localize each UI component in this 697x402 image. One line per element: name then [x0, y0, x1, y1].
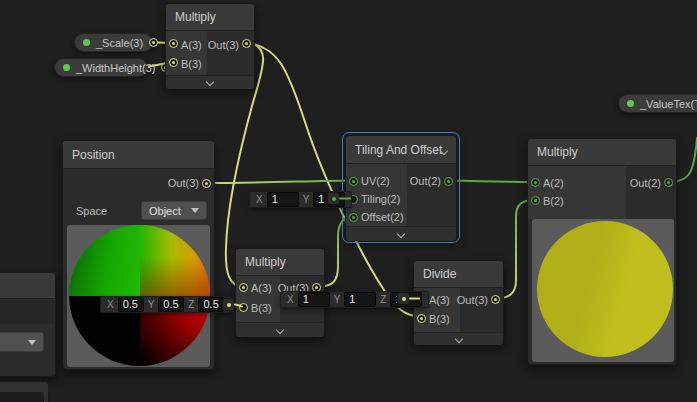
output-port-out[interactable] — [202, 179, 211, 188]
field-label-z: Z — [188, 299, 194, 310]
input-port-a[interactable] — [531, 178, 540, 187]
port-label-b: B(2) — [543, 191, 564, 210]
port-label-out: Out(3) — [168, 169, 199, 197]
input-port-b[interactable] — [239, 303, 248, 312]
partial-field — [0, 392, 44, 402]
field-label-y: Y — [334, 294, 341, 305]
input-port-b[interactable] — [169, 58, 178, 67]
dropdown-arrow-icon — [28, 340, 36, 345]
port-label-offset: Offset(2) — [361, 208, 404, 226]
node-title: Multiply — [537, 145, 578, 159]
field-label-y: Y — [148, 299, 155, 310]
port-label-b: B(3) — [429, 309, 450, 328]
input-port-b[interactable] — [531, 196, 540, 205]
node-header[interactable]: Divide — [414, 261, 503, 288]
property-dot-icon — [63, 64, 70, 71]
field-label-x: X — [107, 299, 114, 310]
node-header[interactable]: Multiply — [236, 249, 324, 276]
port-label-tiling: Tiling(2) — [361, 190, 400, 208]
port-label-out: Out(2) — [410, 172, 441, 190]
input-port-offset[interactable] — [349, 213, 358, 222]
field-label-y: Y — [303, 194, 310, 205]
divide-a-y-input[interactable]: 1 — [344, 292, 376, 307]
sphere-quadrant — [69, 225, 140, 296]
node-tiling-and-offset[interactable]: Tiling And Offset UV(2) Tiling(2) Offset… — [345, 135, 457, 240]
port-label-out: Out(2) — [630, 173, 661, 192]
chevron-down-icon — [396, 231, 406, 238]
collapse-toggle[interactable] — [346, 226, 456, 241]
collapse-toggle[interactable] — [236, 322, 324, 337]
multiply-b-x-input[interactable]: 0.5 — [118, 297, 144, 312]
space-dropdown-value: Object — [149, 205, 181, 217]
property-dot-icon — [627, 100, 634, 107]
node-header[interactable]: Position — [63, 141, 214, 169]
property-pill-scale[interactable]: _Scale(3) — [74, 33, 153, 52]
property-dot-icon — [83, 39, 90, 46]
partial-widget-offscreen[interactable] — [0, 381, 49, 402]
chevron-down-icon — [275, 327, 285, 334]
port-label-b: B(3) — [251, 298, 272, 317]
input-port-b[interactable] — [417, 314, 426, 323]
property-label: _Scale(3) — [96, 37, 143, 49]
chevron-down-icon — [454, 336, 464, 343]
node-header[interactable] — [0, 273, 55, 299]
collapse-toggle[interactable] — [414, 332, 503, 345]
tiling-default-connector-dot[interactable] — [327, 192, 340, 205]
port-label-out: Out(3) — [208, 35, 239, 54]
multiply-mid-b-default-fields: X 0.5 Y 0.5 Z 0.5 — [100, 296, 231, 313]
edge-tiling-out-to-multiplyright-a[interactable] — [450, 181, 535, 183]
port-label-a: A(3) — [429, 290, 450, 309]
divide-a-x-input[interactable]: 1 — [298, 292, 330, 307]
sphere-quadrant — [140, 225, 211, 296]
field-label-z: Z — [380, 294, 386, 305]
node-title: Divide — [423, 267, 456, 281]
property-label: _WidthHeight(3) — [76, 62, 155, 74]
output-port-icon[interactable] — [149, 38, 158, 47]
node-position[interactable]: Position Out(3) Space Object — [62, 140, 215, 370]
node-title: Tiling And Offset — [355, 143, 442, 157]
node-multiply-top[interactable]: Multiply A(3) B(3) Out(3) — [165, 3, 255, 88]
port-label-a: A(2) — [543, 173, 564, 192]
edge-position-to-uv[interactable] — [208, 181, 353, 184]
node-row — [0, 300, 55, 324]
input-port-uv[interactable] — [349, 177, 358, 186]
yellow-circle-preview — [537, 221, 673, 357]
output-port-out[interactable] — [491, 295, 500, 304]
space-dropdown[interactable]: Object — [141, 201, 207, 220]
field-label-x: X — [287, 294, 294, 305]
output-port-out[interactable] — [444, 177, 453, 186]
input-port-a[interactable] — [239, 283, 248, 292]
property-label: _ValueTex(T2) — [640, 98, 697, 110]
multiply-b-default-connector-dot[interactable] — [222, 298, 235, 311]
chevron-down-icon — [205, 79, 215, 86]
node-header[interactable]: Tiling And Offset — [346, 136, 456, 164]
node-title: Multiply — [175, 10, 216, 24]
multiply-b-z-input[interactable]: 0.5 — [198, 297, 224, 312]
tiling-x-input[interactable]: 1 — [267, 192, 299, 207]
partial-dropdown[interactable] — [0, 332, 44, 352]
node-header[interactable]: Multiply — [528, 139, 676, 166]
port-label-uv: UV(2) — [361, 172, 390, 190]
space-label: Space — [76, 197, 107, 225]
divide-a-default-connector-dot[interactable] — [397, 292, 410, 305]
node-header[interactable]: Multiply — [166, 4, 254, 31]
shader-graph-canvas[interactable]: _Scale(3) _WidthHeight(3) _ValueTex(T2) … — [0, 0, 697, 402]
port-label-a: A(3) — [181, 35, 202, 54]
port-label-a: A(3) — [251, 278, 272, 297]
port-label-b: B(3) — [181, 54, 202, 73]
field-label-x: X — [256, 194, 263, 205]
multiply-b-y-input[interactable]: 0.5 — [158, 297, 184, 312]
dropdown-arrow-icon — [191, 208, 199, 213]
output-port-out[interactable] — [242, 39, 251, 48]
node-partial-offscreen[interactable] — [0, 272, 56, 377]
property-pill-valuetex[interactable]: _ValueTex(T2) — [618, 94, 697, 113]
port-label-out: Out(3) — [457, 290, 488, 309]
collapse-toggle[interactable] — [166, 75, 254, 89]
chevron-down-icon[interactable] — [439, 148, 449, 155]
node-multiply-right[interactable]: Multiply A(2) B(2) Out(2) — [527, 138, 677, 365]
property-pill-widthheight[interactable]: _WidthHeight(3) — [54, 58, 148, 77]
node-title: Multiply — [245, 255, 286, 269]
input-port-a[interactable] — [169, 39, 178, 48]
node-title: Position — [72, 148, 115, 162]
output-port-out[interactable] — [664, 178, 673, 187]
